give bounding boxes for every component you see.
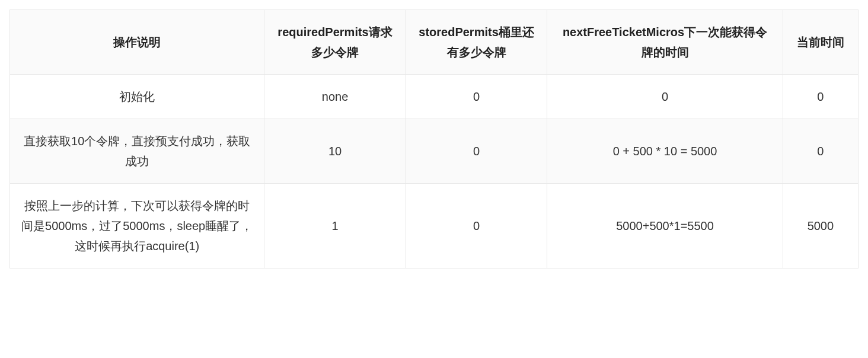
rate-limiter-table: 操作说明 requiredPermits请求多少令牌 storedPermits… <box>9 9 859 268</box>
cell-current-time: 0 <box>783 75 858 119</box>
header-stored-permits: storedPermits桶里还有多少令牌 <box>406 10 547 75</box>
cell-required-permits: 10 <box>264 119 406 184</box>
cell-current-time: 0 <box>783 119 858 184</box>
cell-operation: 按照上一步的计算，下次可以获得令牌的时间是5000ms，过了5000ms，sle… <box>10 184 264 268</box>
cell-next-free-ticket: 5000+500*1=5500 <box>547 184 783 268</box>
cell-next-free-ticket: 0 <box>547 75 783 119</box>
header-current-time: 当前时间 <box>783 10 858 75</box>
table-row: 直接获取10个令牌，直接预支付成功，获取成功 10 0 0 + 500 * 10… <box>10 119 859 184</box>
header-required-permits: requiredPermits请求多少令牌 <box>264 10 406 75</box>
cell-operation: 直接获取10个令牌，直接预支付成功，获取成功 <box>10 119 264 184</box>
cell-required-permits: 1 <box>264 184 406 268</box>
table-row: 按照上一步的计算，下次可以获得令牌的时间是5000ms，过了5000ms，sle… <box>10 184 859 268</box>
cell-stored-permits: 0 <box>406 184 547 268</box>
cell-stored-permits: 0 <box>406 119 547 184</box>
cell-next-free-ticket: 0 + 500 * 10 = 5000 <box>547 119 783 184</box>
header-operation: 操作说明 <box>10 10 264 75</box>
cell-stored-permits: 0 <box>406 75 547 119</box>
cell-required-permits: none <box>264 75 406 119</box>
header-next-free-ticket: nextFreeTicketMicros下一次能获得令牌的时间 <box>547 10 783 75</box>
cell-current-time: 5000 <box>783 184 858 268</box>
table-row: 初始化 none 0 0 0 <box>10 75 859 119</box>
table-header-row: 操作说明 requiredPermits请求多少令牌 storedPermits… <box>10 10 859 75</box>
cell-operation: 初始化 <box>10 75 264 119</box>
